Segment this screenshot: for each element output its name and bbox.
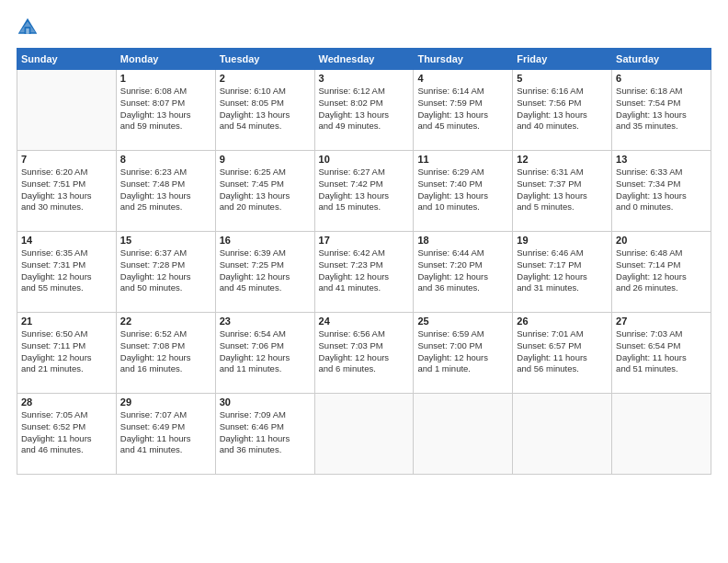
day-info: Sunrise: 7:09 AMSunset: 6:46 PMDaylight:… [220, 409, 311, 456]
day-info: Sunrise: 6:18 AMSunset: 7:54 PMDaylight:… [616, 86, 707, 132]
day-number: 16 [220, 235, 311, 246]
day-number: 3 [319, 73, 410, 84]
calendar-cell: 16Sunrise: 6:39 AMSunset: 7:25 PMDayligh… [215, 232, 314, 313]
day-number: 1 [120, 73, 211, 84]
col-header-sunday: Sunday [17, 49, 117, 70]
day-number: 10 [319, 154, 410, 165]
calendar-cell: 17Sunrise: 6:42 AMSunset: 7:23 PMDayligh… [314, 232, 414, 313]
day-info: Sunrise: 6:16 AMSunset: 7:56 PMDaylight:… [517, 86, 608, 132]
day-number: 24 [319, 316, 410, 327]
calendar-cell: 18Sunrise: 6:44 AMSunset: 7:20 PMDayligh… [414, 232, 513, 313]
col-header-saturday: Saturday [612, 49, 711, 70]
day-info: Sunrise: 6:12 AMSunset: 8:02 PMDaylight:… [319, 86, 410, 132]
day-info: Sunrise: 7:07 AMSunset: 6:49 PMDaylight:… [120, 409, 211, 456]
calendar-cell: 25Sunrise: 6:59 AMSunset: 7:00 PMDayligh… [414, 313, 513, 394]
header [17, 17, 711, 39]
calendar-cell [314, 394, 414, 475]
day-number: 2 [220, 73, 311, 84]
day-info: Sunrise: 7:05 AMSunset: 6:52 PMDaylight:… [21, 409, 112, 456]
day-number: 7 [21, 154, 112, 165]
calendar-cell: 28Sunrise: 7:05 AMSunset: 6:52 PMDayligh… [17, 394, 117, 475]
day-info: Sunrise: 6:35 AMSunset: 7:31 PMDaylight:… [21, 247, 112, 294]
day-info: Sunrise: 6:14 AMSunset: 7:59 PMDaylight:… [417, 86, 508, 132]
day-number: 22 [120, 316, 211, 327]
day-number: 17 [319, 235, 410, 246]
col-header-friday: Friday [513, 49, 612, 70]
svg-rect-3 [26, 29, 28, 34]
day-info: Sunrise: 6:33 AMSunset: 7:34 PMDaylight:… [616, 167, 707, 213]
day-info: Sunrise: 6:29 AMSunset: 7:40 PMDaylight:… [417, 167, 508, 213]
day-number: 6 [616, 73, 707, 84]
day-number: 15 [120, 235, 211, 246]
day-info: Sunrise: 6:46 AMSunset: 7:17 PMDaylight:… [517, 247, 608, 294]
calendar-cell: 5Sunrise: 6:16 AMSunset: 7:56 PMDaylight… [513, 70, 612, 151]
calendar-cell: 10Sunrise: 6:27 AMSunset: 7:42 PMDayligh… [314, 151, 414, 232]
day-number: 28 [21, 396, 112, 408]
day-info: Sunrise: 6:42 AMSunset: 7:23 PMDaylight:… [319, 247, 410, 294]
calendar-cell: 6Sunrise: 6:18 AMSunset: 7:54 PMDaylight… [612, 70, 711, 151]
calendar-cell: 29Sunrise: 7:07 AMSunset: 6:49 PMDayligh… [116, 394, 215, 475]
day-info: Sunrise: 6:20 AMSunset: 7:51 PMDaylight:… [21, 167, 112, 213]
calendar-cell: 27Sunrise: 7:03 AMSunset: 6:54 PMDayligh… [612, 313, 711, 394]
day-number: 27 [616, 316, 707, 327]
calendar-header-row: SundayMondayTuesdayWednesdayThursdayFrid… [17, 49, 711, 70]
calendar-cell: 14Sunrise: 6:35 AMSunset: 7:31 PMDayligh… [17, 232, 117, 313]
calendar-cell: 11Sunrise: 6:29 AMSunset: 7:40 PMDayligh… [414, 151, 513, 232]
day-info: Sunrise: 6:39 AMSunset: 7:25 PMDaylight:… [220, 247, 311, 294]
calendar-cell: 7Sunrise: 6:20 AMSunset: 7:51 PMDaylight… [17, 151, 117, 232]
day-number: 5 [517, 73, 608, 84]
day-number: 26 [517, 316, 608, 327]
day-number: 18 [417, 235, 508, 246]
day-info: Sunrise: 6:37 AMSunset: 7:28 PMDaylight:… [120, 247, 211, 294]
calendar-cell: 26Sunrise: 7:01 AMSunset: 6:57 PMDayligh… [513, 313, 612, 394]
day-info: Sunrise: 6:48 AMSunset: 7:14 PMDaylight:… [616, 247, 707, 294]
calendar-cell [17, 70, 117, 151]
calendar-cell: 4Sunrise: 6:14 AMSunset: 7:59 PMDaylight… [414, 70, 513, 151]
day-info: Sunrise: 6:54 AMSunset: 7:06 PMDaylight:… [220, 328, 311, 375]
day-info: Sunrise: 6:56 AMSunset: 7:03 PMDaylight:… [319, 328, 410, 375]
day-info: Sunrise: 6:10 AMSunset: 8:05 PMDaylight:… [220, 86, 311, 132]
col-header-thursday: Thursday [414, 49, 513, 70]
day-number: 4 [417, 73, 508, 84]
day-info: Sunrise: 7:03 AMSunset: 6:54 PMDaylight:… [616, 328, 707, 375]
day-info: Sunrise: 6:31 AMSunset: 7:37 PMDaylight:… [517, 167, 608, 213]
day-info: Sunrise: 6:08 AMSunset: 8:07 PMDaylight:… [120, 86, 211, 132]
calendar-cell: 23Sunrise: 6:54 AMSunset: 7:06 PMDayligh… [215, 313, 314, 394]
col-header-tuesday: Tuesday [215, 49, 314, 70]
calendar-cell: 12Sunrise: 6:31 AMSunset: 7:37 PMDayligh… [513, 151, 612, 232]
calendar-cell: 8Sunrise: 6:23 AMSunset: 7:48 PMDaylight… [116, 151, 215, 232]
calendar-table: SundayMondayTuesdayWednesdayThursdayFrid… [17, 48, 711, 475]
page: SundayMondayTuesdayWednesdayThursdayFrid… [0, 0, 728, 563]
day-info: Sunrise: 6:59 AMSunset: 7:00 PMDaylight:… [417, 328, 508, 375]
calendar-cell: 9Sunrise: 6:25 AMSunset: 7:45 PMDaylight… [215, 151, 314, 232]
calendar-cell: 13Sunrise: 6:33 AMSunset: 7:34 PMDayligh… [612, 151, 711, 232]
day-info: Sunrise: 7:01 AMSunset: 6:57 PMDaylight:… [517, 328, 608, 375]
day-info: Sunrise: 6:25 AMSunset: 7:45 PMDaylight:… [220, 167, 311, 213]
day-number: 19 [517, 235, 608, 246]
calendar-cell: 20Sunrise: 6:48 AMSunset: 7:14 PMDayligh… [612, 232, 711, 313]
calendar-cell: 2Sunrise: 6:10 AMSunset: 8:05 PMDaylight… [215, 70, 314, 151]
day-number: 25 [417, 316, 508, 327]
calendar-week-row: 21Sunrise: 6:50 AMSunset: 7:11 PMDayligh… [17, 313, 711, 394]
day-number: 14 [21, 235, 112, 246]
calendar-cell: 1Sunrise: 6:08 AMSunset: 8:07 PMDaylight… [116, 70, 215, 151]
day-number: 9 [220, 154, 311, 165]
day-number: 13 [616, 154, 707, 165]
day-number: 11 [417, 154, 508, 165]
calendar-cell: 30Sunrise: 7:09 AMSunset: 6:46 PMDayligh… [215, 394, 314, 475]
logo-icon [17, 17, 39, 39]
calendar-cell: 22Sunrise: 6:52 AMSunset: 7:08 PMDayligh… [116, 313, 215, 394]
day-info: Sunrise: 6:50 AMSunset: 7:11 PMDaylight:… [21, 328, 112, 375]
col-header-monday: Monday [116, 49, 215, 70]
day-number: 12 [517, 154, 608, 165]
day-number: 29 [120, 396, 211, 408]
day-number: 8 [120, 154, 211, 165]
day-info: Sunrise: 6:52 AMSunset: 7:08 PMDaylight:… [120, 328, 211, 375]
calendar-week-row: 14Sunrise: 6:35 AMSunset: 7:31 PMDayligh… [17, 232, 711, 313]
calendar-cell: 19Sunrise: 6:46 AMSunset: 7:17 PMDayligh… [513, 232, 612, 313]
calendar-week-row: 1Sunrise: 6:08 AMSunset: 8:07 PMDaylight… [17, 70, 711, 151]
calendar-cell: 24Sunrise: 6:56 AMSunset: 7:03 PMDayligh… [314, 313, 414, 394]
day-number: 23 [220, 316, 311, 327]
calendar-cell [414, 394, 513, 475]
day-number: 21 [21, 316, 112, 327]
